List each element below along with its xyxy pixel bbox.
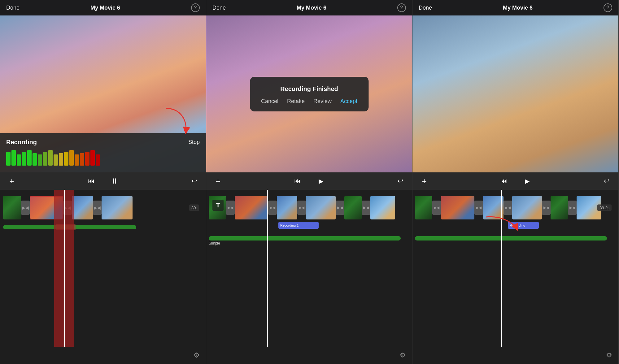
help-button-3[interactable]: ?: [604, 3, 612, 12]
timeline-area-2: T ▶◀ ▶◀ ▶◀ ▶◀ ▶◀: [206, 190, 412, 347]
transport-center-2: ⏮ ▶: [292, 176, 327, 187]
timeline-content-2: T ▶◀ ▶◀ ▶◀ ▶◀ ▶◀: [206, 190, 412, 243]
add-button-1[interactable]: +: [6, 176, 17, 187]
rewind-button-3[interactable]: ⏮: [498, 176, 509, 187]
sep2-4: ▶◀: [336, 201, 344, 215]
clip-strip-1: ▶◀ ▶◀ ▶◀: [3, 195, 203, 220]
cancel-button[interactable]: Cancel: [261, 98, 278, 105]
audio-track-2: Simple: [209, 236, 409, 240]
meter-bar: [54, 154, 58, 166]
playhead-2: [267, 190, 268, 347]
rewind-button-2[interactable]: ⏮: [292, 176, 303, 187]
help-button-2[interactable]: ?: [397, 3, 406, 12]
playhead-3: [501, 190, 502, 347]
clip-forest2-3[interactable]: [551, 196, 568, 219]
preview-2: Recording Finished Cancel Retake Review …: [206, 15, 412, 172]
timeline-area-3: ▶◀ ▶◀ ▶◀ ▶◀ ▶◀: [412, 190, 618, 347]
bottom-bar-3: ⚙: [412, 347, 618, 364]
transport-center-3: ⏮ ▶: [498, 176, 533, 187]
clip-mountains-1[interactable]: [102, 196, 133, 219]
audio-track-bg-3: [415, 236, 607, 240]
undo-button-1[interactable]: ↩: [189, 176, 200, 187]
title-badge: T: [212, 200, 224, 211]
sep3-4: ▶◀: [542, 201, 551, 215]
preview-1: Recording Stop: [0, 15, 206, 172]
done-button-3[interactable]: Done: [419, 5, 432, 11]
retake-button[interactable]: Retake: [287, 98, 305, 105]
clip-sky-2[interactable]: [370, 196, 395, 219]
recording-finished-overlay: Recording Finished Cancel Retake Review …: [250, 77, 368, 111]
play-button-3[interactable]: ▶: [522, 176, 533, 187]
bottom-bar-2: ⚙: [206, 347, 412, 364]
done-button-2[interactable]: Done: [212, 5, 226, 11]
recording-clip-label-3: Recording: [510, 223, 525, 227]
sep2-3: ▶◀: [297, 201, 306, 215]
play-button-2[interactable]: ▶: [316, 176, 327, 187]
clip-forest-3[interactable]: [415, 196, 432, 219]
meter-bar: [48, 150, 53, 166]
meter-bar: [75, 154, 79, 166]
audio-simple-label: Simple: [209, 241, 220, 245]
accept-button[interactable]: Accept: [340, 98, 357, 105]
sep3-3: ▶◀: [503, 201, 512, 215]
playhead-1: [64, 190, 65, 347]
meter-bar: [17, 154, 21, 166]
add-button-2[interactable]: +: [212, 176, 224, 187]
panel-3: Done My Movie 6 ? + ⏮ ▶ ↩ ▶◀: [412, 0, 619, 364]
pause-button-1[interactable]: ⏸: [109, 176, 120, 187]
timestamp-3: 39.2s: [597, 205, 612, 211]
clip-beach-2[interactable]: [277, 196, 297, 219]
help-button-1[interactable]: ?: [191, 3, 200, 12]
sky-bg-3: [412, 15, 618, 172]
sep3-5: ▶◀: [568, 201, 577, 215]
meter-bar: [96, 154, 100, 166]
add-button-3[interactable]: +: [419, 176, 430, 187]
sep2-5: ▶◀: [362, 201, 370, 215]
recording-clip-row-3: Recording: [415, 223, 615, 233]
clip-mountains-2[interactable]: [306, 196, 336, 219]
transport-center-1: ⏮ ⏸: [86, 176, 120, 187]
panel-1: Done My Movie 6 ? Recording Stop: [0, 0, 206, 364]
sep2-2: ▶◀: [268, 201, 277, 215]
recording-clip-row-2: Recording 1: [209, 223, 409, 233]
transport-bar-3: + ⏮ ▶ ↩: [412, 172, 618, 190]
clip-sunset-2[interactable]: [235, 196, 268, 219]
gear-button-1[interactable]: ⚙: [194, 351, 200, 359]
review-button[interactable]: Review: [313, 98, 332, 105]
clip-beach-1[interactable]: [72, 196, 93, 219]
meter-bar: [22, 152, 26, 166]
meter-bar: [80, 153, 84, 166]
meter-bar: [59, 153, 63, 166]
panel-2: Done My Movie 6 ? Recording Finished Can…: [206, 0, 412, 364]
level-meter: [6, 150, 200, 166]
top-bar-1: Done My Movie 6 ?: [0, 0, 206, 15]
sep-1: ▶◀: [21, 201, 30, 215]
undo-button-2[interactable]: ↩: [395, 176, 406, 187]
clip-beach-3[interactable]: [483, 196, 503, 219]
done-button-1[interactable]: Done: [6, 5, 20, 11]
meter-bar: [64, 152, 68, 166]
title-3: My Movie 6: [503, 5, 533, 11]
clip-mountains-3[interactable]: [512, 196, 542, 219]
gear-button-3[interactable]: ⚙: [606, 351, 612, 359]
title-1: My Movie 6: [90, 5, 120, 11]
clip-sunset-3[interactable]: [441, 196, 474, 219]
clip-strip-3: ▶◀ ▶◀ ▶◀ ▶◀ ▶◀: [415, 195, 615, 220]
gear-button-2[interactable]: ⚙: [400, 351, 406, 359]
recording-clip-3[interactable]: Recording: [508, 222, 539, 229]
undo-button-3[interactable]: ↩: [601, 176, 612, 187]
top-bar-3: Done My Movie 6 ?: [412, 0, 618, 15]
clip-forest-1[interactable]: [3, 196, 21, 219]
audio-track-1: [3, 225, 203, 229]
clip-strip-2: T ▶◀ ▶◀ ▶◀ ▶◀ ▶◀: [209, 195, 409, 220]
clip-forest2-2[interactable]: [344, 196, 362, 219]
rewind-button-1[interactable]: ⏮: [86, 176, 97, 187]
stop-button[interactable]: Stop: [188, 139, 200, 145]
sep3-1: ▶◀: [432, 201, 441, 215]
clip-forest-title-2[interactable]: T: [209, 196, 226, 219]
sep-3: ▶◀: [93, 201, 102, 215]
meter-bar: [33, 153, 37, 166]
meter-bar: [38, 154, 42, 166]
audio-track-3: [415, 236, 615, 240]
recording-clip-2[interactable]: Recording 1: [278, 222, 319, 229]
